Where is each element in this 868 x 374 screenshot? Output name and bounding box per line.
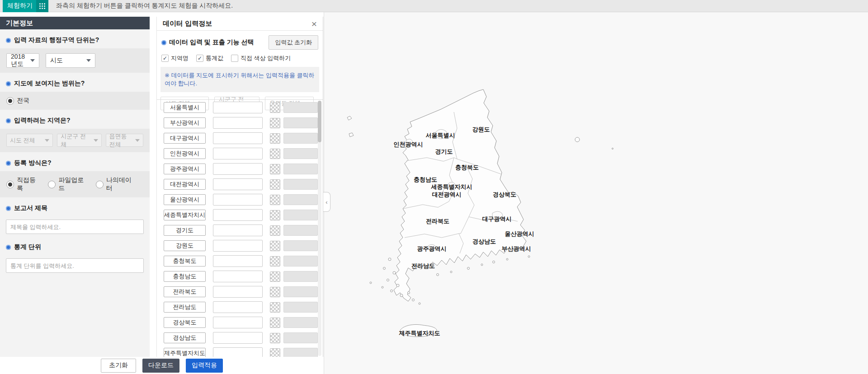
map-region-label[interactable]: 서울특별시 (426, 131, 455, 140)
method-options: 직접등록파일업로드나의데이터 (0, 171, 150, 197)
region-name: 경상남도 (164, 332, 206, 343)
region-name: 세종특별자치시 (164, 210, 206, 220)
radio-option[interactable]: 파일업로드 (48, 176, 87, 192)
download-button[interactable]: 다운로드 (142, 359, 179, 373)
region-value-input[interactable] (213, 163, 263, 175)
region-row: 광주광역시 (157, 161, 323, 177)
region-value-input[interactable] (213, 209, 263, 221)
report-title-label: 보고서 제목 (14, 204, 47, 212)
map-region-label[interactable]: 대전광역시 (432, 191, 462, 199)
checkbox-option[interactable]: 지역명 (161, 54, 189, 62)
radio-circle-icon[interactable] (6, 97, 14, 105)
sido-dropdown[interactable]: 시도 (46, 53, 95, 68)
checkbox-icon[interactable] (231, 55, 238, 62)
report-title-input[interactable] (6, 220, 144, 234)
color-swatch[interactable] (270, 149, 280, 159)
region-value-input[interactable] (213, 255, 263, 267)
radio-circle-icon[interactable] (6, 181, 14, 188)
stat-unit-input[interactable] (6, 258, 144, 273)
map-region-label[interactable]: 경상남도 (472, 238, 496, 246)
color-swatch[interactable] (270, 318, 280, 328)
map-region-label[interactable]: 인천광역시 (394, 140, 423, 149)
region-row: 경상북도 (157, 315, 323, 330)
map-region-label[interactable]: 전라남도 (411, 262, 435, 270)
panel-collapse-handle[interactable]: ‹ (323, 192, 330, 212)
checkbox-icon[interactable] (196, 55, 203, 62)
map-region-label[interactable]: 부산광역시 (502, 245, 531, 253)
color-swatch[interactable] (270, 241, 280, 251)
radio-option[interactable]: 전국 (6, 97, 29, 105)
checkbox-option[interactable]: 직접 색상 입력하기 (231, 54, 291, 62)
grid-icon (36, 0, 48, 12)
region-value-input[interactable] (213, 132, 263, 144)
radio-option[interactable]: 나의데이터 (96, 176, 135, 192)
color-swatch[interactable] (270, 348, 280, 357)
radio-label: 직접등록 (17, 176, 39, 192)
checkbox-option[interactable]: 통계값 (196, 54, 223, 62)
color-swatch[interactable] (270, 179, 280, 190)
region-value-input[interactable] (213, 148, 263, 159)
reset-values-button[interactable]: 입력값 초기화 (269, 35, 318, 50)
map-region-label[interactable]: 충청북도 (455, 164, 479, 172)
region-value-input[interactable] (213, 117, 263, 129)
map-region-label[interactable]: 광주광역시 (417, 245, 447, 253)
color-swatch[interactable] (270, 333, 280, 343)
region-value-input[interactable] (213, 224, 263, 236)
question-map-range-label: 지도에 보여지는 범위는? (14, 79, 85, 88)
map-region-label[interactable]: 세종특별자치시 (431, 183, 472, 191)
radio-option[interactable]: 직접등록 (6, 176, 39, 192)
color-swatch[interactable] (270, 302, 280, 313)
function-select-label-row: 데이터 입력 및 표출 기능 선택 (161, 38, 254, 47)
radio-circle-icon[interactable] (48, 181, 56, 188)
dropdown[interactable]: 읍면동 전체 (106, 134, 143, 147)
region-name: 경상북도 (164, 317, 206, 328)
korea-map[interactable]: 강원도서울특별시인천광역시경기도충청북도충청남도세종특별자치시대전광역시경상북도… (341, 89, 621, 344)
map-region-label[interactable]: 강원도 (472, 126, 490, 134)
apply-button[interactable]: 입력적용 (186, 359, 223, 373)
region-value-input[interactable] (213, 301, 263, 313)
region-row: 전라남도 (157, 299, 323, 315)
scrollbar-track[interactable] (318, 101, 321, 356)
color-swatch[interactable] (270, 287, 280, 297)
region-value-input[interactable] (213, 271, 263, 282)
color-swatch[interactable] (270, 118, 280, 128)
region-value-input[interactable] (213, 102, 263, 113)
region-row: 세종특별자치시 (157, 207, 323, 223)
color-swatch[interactable] (270, 271, 280, 282)
region-value-input[interactable] (213, 317, 263, 328)
map-region-label[interactable]: 경기도 (435, 148, 453, 156)
map-region-label[interactable]: 제주특별자치도 (399, 329, 440, 337)
question-admin-unit-label: 입력 자료의 행정구역 단위는? (14, 36, 99, 44)
scrollbar-thumb[interactable] (318, 101, 321, 142)
map-region-label[interactable]: 울산광역시 (505, 230, 534, 238)
region-name: 강원도 (164, 240, 206, 251)
region-value-input[interactable] (213, 178, 263, 190)
color-swatch[interactable] (270, 103, 280, 113)
region-value-input[interactable] (213, 194, 263, 206)
checkbox-icon[interactable] (161, 55, 169, 62)
region-value-input[interactable] (213, 332, 263, 344)
color-swatch[interactable] (270, 133, 280, 144)
color-swatch[interactable] (270, 164, 280, 174)
map-region-label[interactable]: 대구광역시 (482, 215, 512, 223)
radio-circle-icon[interactable] (96, 181, 104, 188)
map-region-label[interactable]: 경상북도 (493, 191, 516, 199)
dropdown[interactable]: 시군구 전체 (57, 134, 101, 147)
year-dropdown[interactable]: 2018년도 (6, 53, 39, 68)
map-region-label[interactable]: 전라북도 (426, 217, 449, 225)
region-value-input[interactable] (213, 347, 263, 357)
region-value-input[interactable] (213, 286, 263, 298)
color-swatch[interactable] (270, 225, 280, 236)
color-swatch[interactable] (270, 195, 280, 205)
region-value-input[interactable] (213, 240, 263, 252)
region-name: 경기도 (164, 225, 206, 236)
color-swatch[interactable] (270, 256, 280, 266)
try-button[interactable]: 체험하기 (3, 0, 48, 12)
reset-button[interactable]: 초기화 (101, 359, 136, 373)
chevron-down-icon (94, 139, 98, 142)
dropdown[interactable]: 시도 전체 (6, 134, 53, 147)
close-icon[interactable]: × (311, 19, 317, 28)
color-swatch[interactable] (270, 210, 280, 220)
try-button-label: 체험하기 (3, 2, 36, 10)
bullet-icon (6, 161, 11, 166)
